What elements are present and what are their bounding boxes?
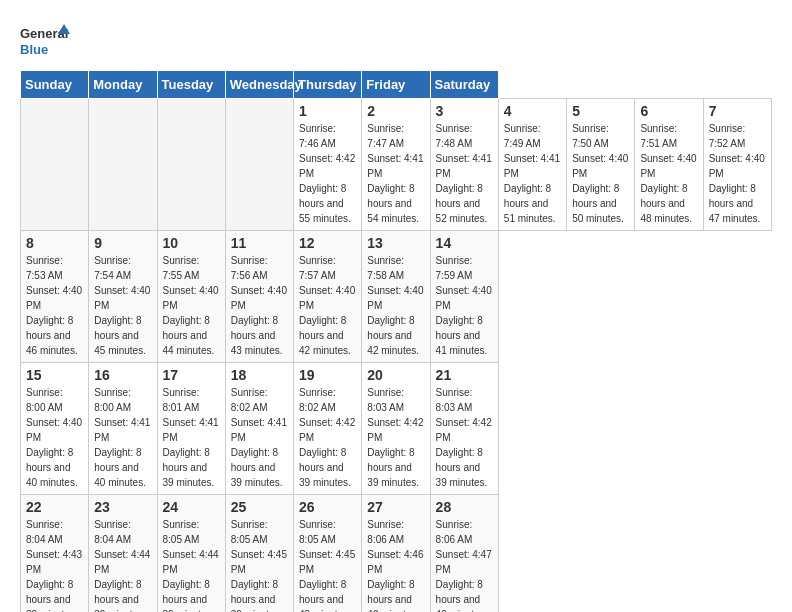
weekday-header: Sunday xyxy=(21,71,89,99)
day-info: Sunrise: 8:05 AM Sunset: 4:44 PM Dayligh… xyxy=(163,517,220,612)
day-info: Sunrise: 7:46 AM Sunset: 4:42 PM Dayligh… xyxy=(299,121,356,226)
header: General Blue xyxy=(20,20,772,60)
calendar-week-row: 1 Sunrise: 7:46 AM Sunset: 4:42 PM Dayli… xyxy=(21,99,772,231)
weekday-header: Saturday xyxy=(430,71,498,99)
day-number: 13 xyxy=(367,235,424,251)
calendar-day-cell: 28 Sunrise: 8:06 AM Sunset: 4:47 PM Dayl… xyxy=(430,495,498,613)
day-number: 26 xyxy=(299,499,356,515)
day-info: Sunrise: 8:02 AM Sunset: 4:42 PM Dayligh… xyxy=(299,385,356,490)
day-number: 1 xyxy=(299,103,356,119)
day-info: Sunrise: 8:04 AM Sunset: 4:43 PM Dayligh… xyxy=(26,517,83,612)
logo-icon: General Blue xyxy=(20,20,70,60)
day-number: 6 xyxy=(640,103,697,119)
day-number: 9 xyxy=(94,235,151,251)
day-number: 3 xyxy=(436,103,493,119)
day-number: 17 xyxy=(163,367,220,383)
calendar-day-cell: 7 Sunrise: 7:52 AM Sunset: 4:40 PM Dayli… xyxy=(703,99,771,231)
weekday-header: Friday xyxy=(362,71,430,99)
calendar-week-row: 15 Sunrise: 8:00 AM Sunset: 4:40 PM Dayl… xyxy=(21,363,772,495)
weekday-header: Thursday xyxy=(294,71,362,99)
calendar-day-cell xyxy=(157,99,225,231)
calendar-day-cell xyxy=(89,99,157,231)
day-number: 19 xyxy=(299,367,356,383)
calendar-week-row: 8 Sunrise: 7:53 AM Sunset: 4:40 PM Dayli… xyxy=(21,231,772,363)
day-number: 2 xyxy=(367,103,424,119)
day-number: 18 xyxy=(231,367,288,383)
calendar-day-cell: 5 Sunrise: 7:50 AM Sunset: 4:40 PM Dayli… xyxy=(567,99,635,231)
day-number: 5 xyxy=(572,103,629,119)
day-info: Sunrise: 7:57 AM Sunset: 4:40 PM Dayligh… xyxy=(299,253,356,358)
day-number: 16 xyxy=(94,367,151,383)
calendar-day-cell: 23 Sunrise: 8:04 AM Sunset: 4:44 PM Dayl… xyxy=(89,495,157,613)
weekday-header: Wednesday xyxy=(225,71,293,99)
calendar-day-cell: 22 Sunrise: 8:04 AM Sunset: 4:43 PM Dayl… xyxy=(21,495,89,613)
calendar-day-cell: 8 Sunrise: 7:53 AM Sunset: 4:40 PM Dayli… xyxy=(21,231,89,363)
calendar-day-cell: 9 Sunrise: 7:54 AM Sunset: 4:40 PM Dayli… xyxy=(89,231,157,363)
calendar-day-cell: 15 Sunrise: 8:00 AM Sunset: 4:40 PM Dayl… xyxy=(21,363,89,495)
day-info: Sunrise: 7:51 AM Sunset: 4:40 PM Dayligh… xyxy=(640,121,697,226)
calendar-day-cell: 13 Sunrise: 7:58 AM Sunset: 4:40 PM Dayl… xyxy=(362,231,430,363)
day-number: 14 xyxy=(436,235,493,251)
day-info: Sunrise: 8:03 AM Sunset: 4:42 PM Dayligh… xyxy=(436,385,493,490)
calendar-day-cell: 11 Sunrise: 7:56 AM Sunset: 4:40 PM Dayl… xyxy=(225,231,293,363)
calendar-week-row: 22 Sunrise: 8:04 AM Sunset: 4:43 PM Dayl… xyxy=(21,495,772,613)
svg-text:Blue: Blue xyxy=(20,42,48,57)
calendar-day-cell: 1 Sunrise: 7:46 AM Sunset: 4:42 PM Dayli… xyxy=(294,99,362,231)
calendar-body: 1 Sunrise: 7:46 AM Sunset: 4:42 PM Dayli… xyxy=(21,99,772,613)
day-info: Sunrise: 8:03 AM Sunset: 4:42 PM Dayligh… xyxy=(367,385,424,490)
day-info: Sunrise: 8:05 AM Sunset: 4:45 PM Dayligh… xyxy=(299,517,356,612)
day-number: 22 xyxy=(26,499,83,515)
day-info: Sunrise: 7:55 AM Sunset: 4:40 PM Dayligh… xyxy=(163,253,220,358)
day-number: 27 xyxy=(367,499,424,515)
calendar-day-cell: 4 Sunrise: 7:49 AM Sunset: 4:41 PM Dayli… xyxy=(498,99,566,231)
day-info: Sunrise: 7:59 AM Sunset: 4:40 PM Dayligh… xyxy=(436,253,493,358)
day-number: 20 xyxy=(367,367,424,383)
calendar-day-cell: 26 Sunrise: 8:05 AM Sunset: 4:45 PM Dayl… xyxy=(294,495,362,613)
day-info: Sunrise: 8:05 AM Sunset: 4:45 PM Dayligh… xyxy=(231,517,288,612)
day-info: Sunrise: 7:47 AM Sunset: 4:41 PM Dayligh… xyxy=(367,121,424,226)
weekday-header: Monday xyxy=(89,71,157,99)
day-info: Sunrise: 7:58 AM Sunset: 4:40 PM Dayligh… xyxy=(367,253,424,358)
day-number: 4 xyxy=(504,103,561,119)
day-info: Sunrise: 8:00 AM Sunset: 4:41 PM Dayligh… xyxy=(94,385,151,490)
day-number: 7 xyxy=(709,103,766,119)
day-number: 12 xyxy=(299,235,356,251)
day-info: Sunrise: 7:49 AM Sunset: 4:41 PM Dayligh… xyxy=(504,121,561,226)
day-info: Sunrise: 7:56 AM Sunset: 4:40 PM Dayligh… xyxy=(231,253,288,358)
day-info: Sunrise: 7:53 AM Sunset: 4:40 PM Dayligh… xyxy=(26,253,83,358)
day-info: Sunrise: 8:06 AM Sunset: 4:46 PM Dayligh… xyxy=(367,517,424,612)
calendar-day-cell: 3 Sunrise: 7:48 AM Sunset: 4:41 PM Dayli… xyxy=(430,99,498,231)
day-info: Sunrise: 8:01 AM Sunset: 4:41 PM Dayligh… xyxy=(163,385,220,490)
calendar-day-cell: 16 Sunrise: 8:00 AM Sunset: 4:41 PM Dayl… xyxy=(89,363,157,495)
day-number: 21 xyxy=(436,367,493,383)
day-number: 23 xyxy=(94,499,151,515)
day-info: Sunrise: 7:54 AM Sunset: 4:40 PM Dayligh… xyxy=(94,253,151,358)
day-number: 11 xyxy=(231,235,288,251)
calendar-day-cell: 27 Sunrise: 8:06 AM Sunset: 4:46 PM Dayl… xyxy=(362,495,430,613)
day-number: 15 xyxy=(26,367,83,383)
logo: General Blue xyxy=(20,20,70,60)
calendar-day-cell: 2 Sunrise: 7:47 AM Sunset: 4:41 PM Dayli… xyxy=(362,99,430,231)
calendar-table: SundayMondayTuesdayWednesdayThursdayFrid… xyxy=(20,70,772,612)
calendar-day-cell xyxy=(21,99,89,231)
calendar-day-cell: 17 Sunrise: 8:01 AM Sunset: 4:41 PM Dayl… xyxy=(157,363,225,495)
calendar-day-cell: 21 Sunrise: 8:03 AM Sunset: 4:42 PM Dayl… xyxy=(430,363,498,495)
calendar-day-cell: 24 Sunrise: 8:05 AM Sunset: 4:44 PM Dayl… xyxy=(157,495,225,613)
calendar-day-cell xyxy=(225,99,293,231)
day-number: 8 xyxy=(26,235,83,251)
day-info: Sunrise: 8:00 AM Sunset: 4:40 PM Dayligh… xyxy=(26,385,83,490)
day-number: 10 xyxy=(163,235,220,251)
calendar-day-cell: 19 Sunrise: 8:02 AM Sunset: 4:42 PM Dayl… xyxy=(294,363,362,495)
calendar-day-cell: 20 Sunrise: 8:03 AM Sunset: 4:42 PM Dayl… xyxy=(362,363,430,495)
day-number: 25 xyxy=(231,499,288,515)
day-info: Sunrise: 7:50 AM Sunset: 4:40 PM Dayligh… xyxy=(572,121,629,226)
calendar-day-cell: 10 Sunrise: 7:55 AM Sunset: 4:40 PM Dayl… xyxy=(157,231,225,363)
weekday-header: Tuesday xyxy=(157,71,225,99)
day-info: Sunrise: 8:04 AM Sunset: 4:44 PM Dayligh… xyxy=(94,517,151,612)
calendar-day-cell: 14 Sunrise: 7:59 AM Sunset: 4:40 PM Dayl… xyxy=(430,231,498,363)
day-number: 28 xyxy=(436,499,493,515)
calendar-day-cell: 18 Sunrise: 8:02 AM Sunset: 4:41 PM Dayl… xyxy=(225,363,293,495)
day-number: 24 xyxy=(163,499,220,515)
calendar-day-cell: 25 Sunrise: 8:05 AM Sunset: 4:45 PM Dayl… xyxy=(225,495,293,613)
calendar-day-cell: 12 Sunrise: 7:57 AM Sunset: 4:40 PM Dayl… xyxy=(294,231,362,363)
